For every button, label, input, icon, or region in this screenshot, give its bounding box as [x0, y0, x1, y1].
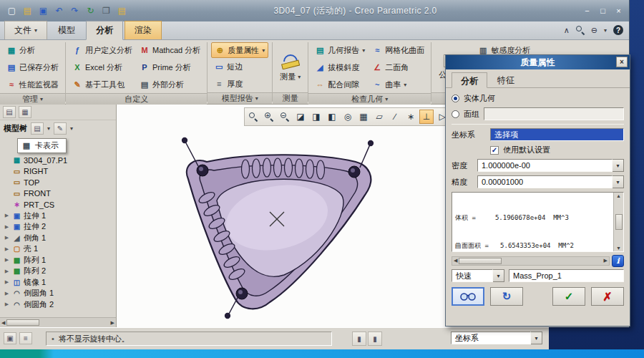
pairs-clearance-button[interactable]: ⇔ 配合间隙	[312, 76, 368, 93]
card-display-popup[interactable]: ▦ 卡表示	[17, 138, 67, 153]
expander-icon[interactable]: ▶	[4, 257, 10, 263]
shade-icon[interactable]: ◧	[325, 110, 339, 124]
minus-circle-icon[interactable]: ⊖	[591, 26, 597, 35]
tree-settings-icon[interactable]: ✎	[54, 122, 67, 135]
dialog-close-icon[interactable]: ×	[616, 57, 628, 67]
folder-browser-icon[interactable]: ▦	[19, 106, 31, 118]
mesh-surface-button[interactable]: ≈ 网格化曲面	[369, 42, 427, 59]
analysis-name-field[interactable]: Mass_Prop_1	[509, 269, 624, 282]
scroll-right-icon[interactable]: ▶	[604, 258, 608, 263]
scroll-right-icon[interactable]: ▶	[111, 320, 114, 326]
external-analysis-button[interactable]: ▤ 外部分析	[137, 76, 203, 93]
csys-selection-field[interactable]: 选择项	[490, 128, 624, 141]
group-label-manage[interactable]: 管理 ▾	[0, 93, 65, 105]
mass-properties-button[interactable]: ⊕ 质量属性 ▾	[211, 42, 268, 58]
datum-plane-toggle-icon[interactable]: ▱	[372, 110, 386, 124]
scroll-down-icon[interactable]: ▼	[616, 246, 621, 251]
toolkit-button[interactable]: ✎ 基于工具包	[69, 76, 135, 93]
dialog-title-bar[interactable]: 质量属性 ×	[446, 55, 630, 69]
quilt-option[interactable]: 面组	[452, 107, 624, 120]
close-icon[interactable]: ×	[614, 6, 623, 15]
minimize-icon[interactable]: −	[582, 6, 592, 15]
mathcad-analysis-button[interactable]: M Mathcad 分析	[137, 42, 203, 59]
tree-horizontal-scrollbar[interactable]: ◀ ▶	[0, 317, 116, 327]
3d-model[interactable]	[161, 135, 397, 322]
help-icon[interactable]: ?	[613, 25, 623, 35]
tree-item-top-plane[interactable]: ▭ TOP	[4, 177, 116, 188]
filter-value[interactable]: 坐标系	[451, 332, 531, 344]
short-edge-button[interactable]: ▭ 短边	[211, 58, 268, 75]
saved-views-icon[interactable]: ◎	[341, 110, 355, 124]
expander-icon[interactable]: ▶	[4, 213, 10, 218]
maximize-icon[interactable]: □	[598, 6, 608, 15]
expander-icon[interactable]: ▶	[4, 279, 10, 285]
checkbox-checked-icon[interactable]: ✓	[490, 146, 499, 155]
csys-toggle-icon[interactable]: ⊥	[419, 110, 434, 124]
repaint-icon[interactable]: ◪	[293, 110, 308, 124]
scroll-left-icon[interactable]: ◀	[1, 320, 5, 326]
chevron-down-icon[interactable]: ▾	[613, 175, 624, 188]
curvature-button[interactable]: ~ 曲率 ▾	[369, 76, 427, 93]
tree-item-round1[interactable]: ▶ ◠ 倒圆角 1	[4, 288, 116, 299]
dialog-tab-feature[interactable]: 特征	[489, 72, 523, 87]
new-file-icon[interactable]: ▢	[6, 5, 18, 17]
scroll-left-icon[interactable]: ◀	[454, 258, 457, 263]
scrollbar-thumb[interactable]	[615, 214, 623, 230]
folder-icon[interactable]: ▤	[116, 5, 128, 17]
group-label-inspect[interactable]: 检查几何 ▾	[308, 93, 431, 105]
dihedral-angle-button[interactable]: ∠ 二面角	[369, 59, 427, 76]
info-button[interactable]: i	[612, 255, 624, 267]
expander-icon[interactable]: ▶	[4, 301, 10, 307]
solid-geometry-option[interactable]: 实体几何	[452, 93, 624, 104]
chevron-down-icon[interactable]: ▾	[613, 159, 624, 172]
flag-toggle-icon[interactable]: ▮	[352, 332, 366, 346]
layers-icon[interactable]: ▤	[3, 106, 16, 118]
saved-analysis-button[interactable]: ▤ 已保存分析	[4, 59, 62, 76]
display-style-icon[interactable]: ◨	[309, 110, 323, 124]
regenerate-icon[interactable]: ↻	[84, 5, 97, 17]
density-field[interactable]: 1.000000e-00	[477, 159, 613, 172]
flag-toggle-icon2[interactable]: ▮	[368, 332, 382, 346]
tree-item-mirror[interactable]: ▶ ◫ 镜像 1	[4, 277, 116, 289]
chevron-down-icon[interactable]: ▾	[70, 125, 73, 132]
selection-filter-combo[interactable]: 坐标系 ▾	[451, 332, 542, 346]
list-icon[interactable]: ≡	[19, 332, 32, 344]
view-manager-icon[interactable]: ▦	[356, 110, 371, 124]
expander-icon[interactable]: ▶	[4, 224, 10, 230]
measure-button[interactable]: 测量 ▾	[276, 42, 304, 92]
analysis-button[interactable]: ▦ 分析	[4, 42, 62, 59]
repeat-button[interactable]: ↻	[490, 287, 523, 306]
performance-monitor-button[interactable]: ≈ 性能监视器	[4, 76, 62, 93]
tree-item-pattern1[interactable]: ▶ ▩ 阵列 1	[4, 255, 116, 266]
draft-check-button[interactable]: ◢ 拔模斜度	[312, 59, 368, 76]
results-vertical-scrollbar[interactable]: ▲ ▼	[613, 193, 623, 251]
chevron-down-icon[interactable]: ▾	[531, 332, 542, 344]
preview-button[interactable]	[452, 287, 484, 306]
redo-icon[interactable]: ↷	[69, 5, 81, 17]
chevron-down-icon[interactable]: ▾	[47, 125, 50, 132]
chevron-down-icon[interactable]: ▾	[604, 27, 607, 34]
tab-analysis[interactable]: 分析	[86, 21, 123, 40]
quick-combo[interactable]: 快速 ▾	[452, 269, 504, 282]
excel-analysis-button[interactable]: X Excel 分析	[69, 59, 135, 76]
prime-analysis-button[interactable]: P Prime 分析	[137, 59, 203, 76]
expander-icon[interactable]: ▶	[4, 246, 10, 252]
expander-icon[interactable]: ▶	[4, 291, 10, 296]
tab-render[interactable]: 渲染	[125, 21, 162, 39]
tree-display-icon[interactable]: ▤	[31, 122, 44, 135]
save-icon[interactable]: ▣	[37, 5, 49, 17]
tree-item-chamfer[interactable]: ▶ ◢ 倒角 1	[4, 233, 116, 244]
tree-item-round2[interactable]: ▶ ◠ 倒圆角 2	[4, 299, 116, 311]
datum-axis-toggle-icon[interactable]: ∕	[388, 110, 402, 124]
chevron-down-icon[interactable]: ▾	[493, 269, 504, 282]
tab-model[interactable]: 模型	[49, 21, 84, 39]
tree-item-csys[interactable]: ∗ PRT_CS	[4, 199, 116, 211]
quick-value[interactable]: 快速	[452, 269, 493, 282]
zoom-out-icon[interactable]: −	[278, 110, 292, 124]
tab-file[interactable]: 文件 ▾	[4, 21, 47, 39]
scrollbar-thumb[interactable]	[6, 319, 39, 326]
radio-quilt-icon[interactable]	[452, 110, 459, 118]
radio-solid-icon[interactable]	[452, 95, 459, 102]
group-label-model-report[interactable]: 模型报告 ▾	[208, 92, 272, 104]
open-icon[interactable]: ▤	[21, 5, 34, 17]
